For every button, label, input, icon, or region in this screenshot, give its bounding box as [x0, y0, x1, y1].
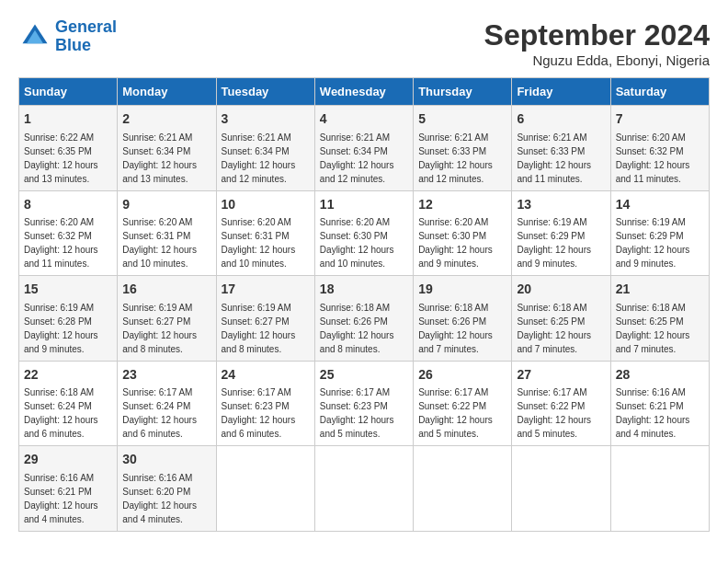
header-monday: Monday	[118, 78, 216, 106]
day-number: 14	[616, 196, 704, 214]
day-number: 16	[122, 281, 210, 299]
day-info: Sunrise: 6:16 AMSunset: 6:20 PMDaylight:…	[122, 473, 197, 524]
calendar-cell: 19Sunrise: 6:18 AMSunset: 6:26 PMDayligh…	[414, 276, 512, 362]
calendar-week-3: 15Sunrise: 6:19 AMSunset: 6:28 PMDayligh…	[19, 276, 710, 362]
day-info: Sunrise: 6:19 AMSunset: 6:27 PMDaylight:…	[122, 303, 197, 354]
calendar-week-1: 1Sunrise: 6:22 AMSunset: 6:35 PMDaylight…	[19, 106, 710, 191]
day-number: 20	[517, 281, 605, 299]
day-number: 9	[122, 196, 210, 214]
calendar-cell: 15Sunrise: 6:19 AMSunset: 6:28 PMDayligh…	[19, 276, 118, 362]
day-info: Sunrise: 6:19 AMSunset: 6:28 PMDaylight:…	[24, 303, 98, 354]
day-info: Sunrise: 6:17 AMSunset: 6:22 PMDaylight:…	[418, 387, 493, 439]
calendar-cell: 17Sunrise: 6:19 AMSunset: 6:27 PMDayligh…	[216, 276, 314, 362]
day-number: 2	[122, 110, 210, 129]
day-number: 13	[517, 196, 605, 214]
calendar-cell: 4Sunrise: 6:21 AMSunset: 6:34 PMDaylight…	[314, 106, 413, 191]
day-number: 7	[616, 110, 704, 129]
day-info: Sunrise: 6:21 AMSunset: 6:33 PMDaylight:…	[418, 132, 493, 184]
location-title: Nguzu Edda, Ebonyi, Nigeria	[484, 52, 710, 68]
logo-line1: General	[55, 17, 117, 36]
page-header: General Blue September 2024 Nguzu Edda, …	[18, 18, 710, 68]
logo-icon	[18, 20, 51, 53]
calendar-cell: 23Sunrise: 6:17 AMSunset: 6:24 PMDayligh…	[118, 361, 216, 446]
logo-text: General Blue	[55, 18, 117, 55]
day-info: Sunrise: 6:20 AMSunset: 6:32 PMDaylight:…	[24, 217, 98, 269]
calendar-header-row: SundayMondayTuesdayWednesdayThursdayFrid…	[19, 78, 710, 106]
day-number: 26	[418, 366, 506, 385]
logo: General Blue	[18, 18, 117, 55]
header-sunday: Sunday	[19, 78, 118, 106]
calendar-cell: 18Sunrise: 6:18 AMSunset: 6:26 PMDayligh…	[314, 276, 413, 362]
calendar-cell: 20Sunrise: 6:18 AMSunset: 6:25 PMDayligh…	[512, 276, 610, 362]
calendar-cell: 1Sunrise: 6:22 AMSunset: 6:35 PMDaylight…	[19, 106, 118, 191]
header-friday: Friday	[512, 78, 610, 106]
calendar-cell: 16Sunrise: 6:19 AMSunset: 6:27 PMDayligh…	[118, 276, 216, 362]
day-number: 3	[222, 110, 310, 129]
day-number: 24	[222, 366, 310, 385]
day-info: Sunrise: 6:17 AMSunset: 6:22 PMDaylight:…	[517, 387, 591, 439]
day-number: 1	[24, 110, 112, 129]
calendar-cell: 24Sunrise: 6:17 AMSunset: 6:23 PMDayligh…	[216, 361, 314, 446]
day-number: 8	[24, 196, 112, 214]
calendar-week-2: 8Sunrise: 6:20 AMSunset: 6:32 PMDaylight…	[19, 190, 710, 276]
day-number: 27	[517, 366, 605, 385]
calendar-cell: 7Sunrise: 6:20 AMSunset: 6:32 PMDaylight…	[610, 106, 709, 191]
calendar-cell: 28Sunrise: 6:16 AMSunset: 6:21 PMDayligh…	[610, 361, 709, 446]
day-number: 25	[320, 366, 408, 385]
day-info: Sunrise: 6:20 AMSunset: 6:32 PMDaylight:…	[616, 132, 690, 184]
day-number: 21	[616, 281, 704, 299]
header-saturday: Saturday	[610, 78, 709, 106]
day-info: Sunrise: 6:20 AMSunset: 6:30 PMDaylight:…	[418, 217, 493, 269]
day-info: Sunrise: 6:17 AMSunset: 6:23 PMDaylight:…	[222, 387, 296, 439]
day-number: 22	[24, 366, 112, 385]
calendar-cell: 6Sunrise: 6:21 AMSunset: 6:33 PMDaylight…	[512, 106, 610, 191]
day-number: 18	[320, 281, 408, 299]
header-wednesday: Wednesday	[314, 78, 413, 106]
calendar-week-5: 29Sunrise: 6:16 AMSunset: 6:21 PMDayligh…	[19, 446, 710, 532]
day-info: Sunrise: 6:18 AMSunset: 6:26 PMDaylight:…	[320, 303, 394, 354]
day-number: 11	[320, 196, 408, 214]
day-info: Sunrise: 6:21 AMSunset: 6:34 PMDaylight:…	[320, 132, 394, 184]
calendar-cell: 27Sunrise: 6:17 AMSunset: 6:22 PMDayligh…	[512, 361, 610, 446]
month-title: September 2024	[484, 18, 710, 52]
day-number: 28	[616, 366, 704, 385]
day-info: Sunrise: 6:18 AMSunset: 6:25 PMDaylight:…	[517, 303, 591, 354]
calendar-cell: 14Sunrise: 6:19 AMSunset: 6:29 PMDayligh…	[610, 190, 709, 276]
day-number: 5	[418, 110, 506, 129]
day-info: Sunrise: 6:22 AMSunset: 6:35 PMDaylight:…	[24, 132, 98, 184]
calendar-week-4: 22Sunrise: 6:18 AMSunset: 6:24 PMDayligh…	[19, 361, 710, 446]
logo-line2: Blue	[55, 36, 91, 54]
day-info: Sunrise: 6:17 AMSunset: 6:24 PMDaylight:…	[122, 387, 197, 439]
calendar-cell: 21Sunrise: 6:18 AMSunset: 6:25 PMDayligh…	[610, 276, 709, 362]
calendar-cell: 2Sunrise: 6:21 AMSunset: 6:34 PMDaylight…	[118, 106, 216, 191]
calendar-cell: 26Sunrise: 6:17 AMSunset: 6:22 PMDayligh…	[414, 361, 512, 446]
day-number: 4	[320, 110, 408, 129]
calendar-cell: 29Sunrise: 6:16 AMSunset: 6:21 PMDayligh…	[19, 446, 118, 532]
day-info: Sunrise: 6:19 AMSunset: 6:29 PMDaylight:…	[616, 217, 690, 269]
calendar-table: SundayMondayTuesdayWednesdayThursdayFrid…	[18, 77, 710, 532]
calendar-cell	[314, 446, 413, 532]
day-number: 12	[418, 196, 506, 214]
day-info: Sunrise: 6:21 AMSunset: 6:34 PMDaylight:…	[122, 132, 197, 184]
day-number: 17	[222, 281, 310, 299]
day-number: 19	[418, 281, 506, 299]
title-area: September 2024 Nguzu Edda, Ebonyi, Niger…	[484, 18, 710, 68]
calendar-cell: 22Sunrise: 6:18 AMSunset: 6:24 PMDayligh…	[19, 361, 118, 446]
day-info: Sunrise: 6:18 AMSunset: 6:26 PMDaylight:…	[418, 303, 493, 354]
day-number: 6	[517, 110, 605, 129]
calendar-cell: 5Sunrise: 6:21 AMSunset: 6:33 PMDaylight…	[414, 106, 512, 191]
day-info: Sunrise: 6:18 AMSunset: 6:24 PMDaylight:…	[24, 387, 98, 439]
calendar-cell	[512, 446, 610, 532]
day-info: Sunrise: 6:20 AMSunset: 6:31 PMDaylight:…	[222, 217, 296, 269]
calendar-cell: 30Sunrise: 6:16 AMSunset: 6:20 PMDayligh…	[118, 446, 216, 532]
calendar-cell	[610, 446, 709, 532]
day-number: 23	[122, 366, 210, 385]
calendar-cell	[216, 446, 314, 532]
day-number: 15	[24, 281, 112, 299]
calendar-cell: 8Sunrise: 6:20 AMSunset: 6:32 PMDaylight…	[19, 190, 118, 276]
calendar-cell: 13Sunrise: 6:19 AMSunset: 6:29 PMDayligh…	[512, 190, 610, 276]
day-info: Sunrise: 6:18 AMSunset: 6:25 PMDaylight:…	[616, 303, 690, 354]
day-info: Sunrise: 6:19 AMSunset: 6:29 PMDaylight:…	[517, 217, 591, 269]
calendar-cell: 9Sunrise: 6:20 AMSunset: 6:31 PMDaylight…	[118, 190, 216, 276]
day-info: Sunrise: 6:17 AMSunset: 6:23 PMDaylight:…	[320, 387, 394, 439]
